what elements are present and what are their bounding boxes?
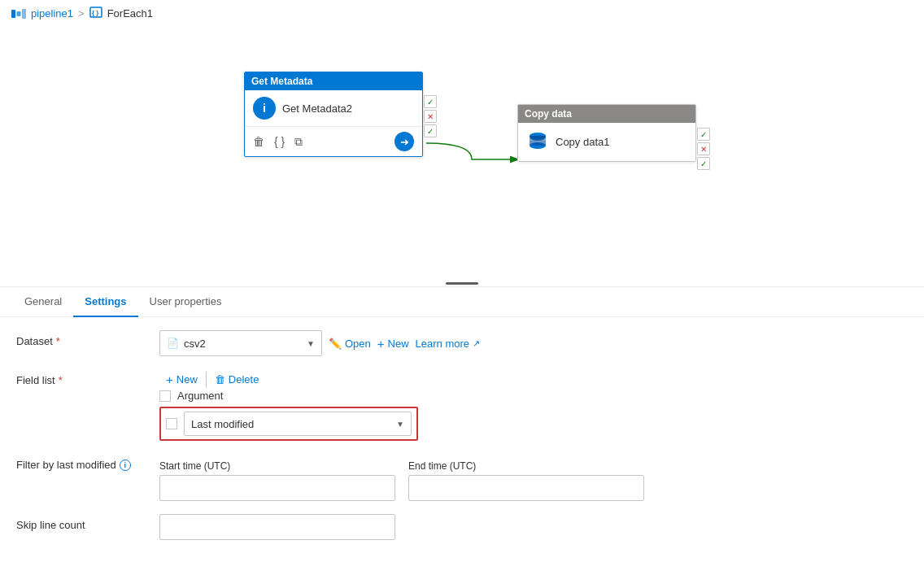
divider-bar [446,282,478,285]
new-field-button[interactable]: + New [159,369,204,390]
copy-data-header: Copy data [518,105,695,123]
filter-inputs: Start time (UTC) End time (UTC) [159,454,644,501]
delete-icon: 🗑 [215,373,225,386]
field-list-header: Argument [159,390,418,402]
field-dropdown[interactable]: Last modified ▼ [184,412,412,436]
start-time-label: Start time (UTC) [159,460,395,472]
field-dropdown-value: Last modified [191,418,391,430]
pipeline-label[interactable]: pipeline1 [31,7,73,20]
get-metadata-header: Get Metadata [245,72,422,90]
bottom-panel: General Settings User properties Dataset… [0,287,924,562]
field-list-label: Field list * [16,369,146,386]
tab-settings[interactable]: Settings [73,287,137,317]
dataset-chevron-icon: ▼ [307,339,315,348]
foreach-icon: { } [89,7,102,20]
breadcrumb-separator: > [78,7,85,20]
status-x-1: ✕ [424,110,437,123]
argument-col-label: Argument [177,390,223,402]
get-metadata-node[interactable]: Get Metadata i Get Metadata2 🗑 { } ⧉ ➜ ✓… [244,72,423,157]
select-all-checkbox[interactable] [159,390,171,402]
learn-more-link[interactable]: Learn more ↗ [416,338,480,350]
filter-info-icon[interactable]: i [120,460,131,471]
field-dropdown-chevron-icon: ▼ [396,420,404,429]
dataset-value: csv2 [184,338,302,350]
dataset-control: 📄 csv2 ▼ ✏️ Open + New Learn more ↗ [159,330,908,356]
external-link-icon: ↗ [473,338,480,349]
end-time-input[interactable] [408,475,644,501]
connector-svg [0,27,924,286]
time-inputs: Start time (UTC) End time (UTC) [159,460,644,501]
database-icon [526,129,549,155]
filter-label: Filter by last modified i [16,454,146,471]
canvas-area: Get Metadata i Get Metadata2 🗑 { } ⧉ ➜ ✓… [0,27,924,287]
field-list-required: * [59,374,63,386]
pipeline-icon [11,9,26,19]
dataset-row: Dataset * 📄 csv2 ▼ ✏️ Open + New [16,330,908,356]
plus-icon: + [377,337,385,351]
status-check-2: ✓ [424,124,437,137]
svg-rect-0 [11,10,15,18]
breadcrumb: pipeline1 > { } ForEach1 [0,0,924,27]
tab-general[interactable]: General [13,287,73,317]
copy-status-check-2: ✓ [697,157,710,170]
get-metadata-title: Get Metadata2 [282,102,352,115]
start-time-group: Start time (UTC) [159,460,395,501]
skip-line-input[interactable] [159,514,395,540]
field-list-row: Field list * + New 🗑 Delete [16,369,908,441]
field-divider [206,372,207,388]
svg-rect-1 [17,11,21,16]
tabs-container: General Settings User properties [0,287,924,317]
new-dataset-link[interactable]: + New [377,337,409,351]
tab-user-properties[interactable]: User properties [138,287,233,317]
field-row-checkbox[interactable] [166,418,177,429]
dataset-required: * [56,335,60,347]
svg-rect-8 [530,141,546,146]
start-time-input[interactable] [159,475,395,501]
skip-line-control [159,514,395,540]
copy-status-x: ✕ [697,142,710,155]
delete-field-button[interactable]: 🗑 Delete [208,370,266,389]
dataset-select[interactable]: 📄 csv2 ▼ [159,330,322,356]
navigate-arrow[interactable]: ➜ [394,132,414,151]
status-check-1: ✓ [424,95,437,108]
form-content: Dataset * 📄 csv2 ▼ ✏️ Open + New [0,317,924,562]
svg-rect-2 [22,9,26,19]
copy-data-node[interactable]: Copy data Copy data1 ✓ ✕ [517,104,696,162]
end-time-label: End time (UTC) [408,460,644,472]
copy-data-title: Copy data1 [556,136,610,148]
edit-icon: ✏️ [329,338,342,350]
skip-line-label: Skip line count [16,514,146,531]
code-icon[interactable]: { } [274,135,285,148]
divider-handle[interactable] [0,280,924,286]
filter-row: Filter by last modified i Start time (UT… [16,454,908,501]
svg-rect-6 [530,136,546,141]
info-circle-icon: i [253,97,276,120]
svg-text:{ }: { } [92,9,98,16]
field-list-actions: + New 🗑 Delete [159,369,418,390]
field-list-area: + New 🗑 Delete Argument [159,369,418,441]
field-row-highlighted: Last modified ▼ [159,407,418,441]
foreach-label: ForEach1 [107,7,153,20]
open-link[interactable]: ✏️ Open [329,338,371,350]
copy-status-check: ✓ [697,128,710,141]
dataset-label: Dataset * [16,330,146,347]
copy-icon[interactable]: ⧉ [294,135,303,149]
new-plus-icon: + [166,372,173,386]
skip-line-row: Skip line count [16,514,908,540]
dataset-file-icon: 📄 [167,338,179,349]
delete-icon[interactable]: 🗑 [253,135,264,148]
end-time-group: End time (UTC) [408,460,644,501]
